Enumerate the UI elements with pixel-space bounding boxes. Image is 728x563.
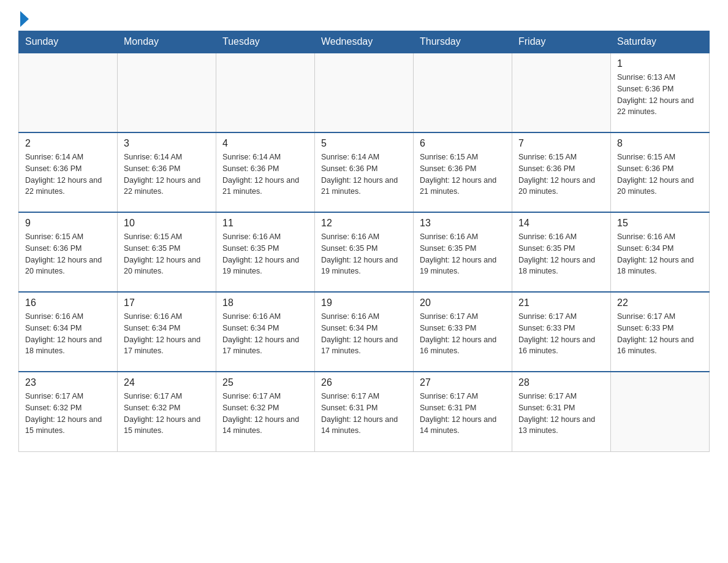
calendar-cell: 11Sunrise: 6:16 AMSunset: 6:35 PMDayligh… [216, 212, 315, 292]
calendar-cell: 22Sunrise: 6:17 AMSunset: 6:33 PMDayligh… [611, 292, 710, 372]
day-number: 22 [617, 297, 703, 308]
day-number: 20 [420, 297, 506, 308]
calendar-week-row: 9Sunrise: 6:15 AMSunset: 6:36 PMDaylight… [19, 212, 710, 292]
day-of-week-header: Tuesday [216, 31, 315, 53]
day-number: 17 [124, 297, 210, 308]
calendar-week-row: 16Sunrise: 6:16 AMSunset: 6:34 PMDayligh… [19, 292, 710, 372]
calendar-header-row: SundayMondayTuesdayWednesdayThursdayFrid… [19, 31, 710, 53]
page-header [18, 12, 710, 25]
day-info: Sunrise: 6:17 AMSunset: 6:31 PMDaylight:… [321, 391, 407, 437]
day-number: 10 [124, 218, 210, 229]
day-info: Sunrise: 6:15 AMSunset: 6:36 PMDaylight:… [518, 151, 604, 197]
day-number: 6 [420, 138, 506, 149]
day-info: Sunrise: 6:16 AMSunset: 6:35 PMDaylight:… [222, 231, 308, 277]
day-number: 3 [124, 138, 210, 149]
day-info: Sunrise: 6:16 AMSunset: 6:34 PMDaylight:… [222, 311, 308, 357]
calendar-week-row: 23Sunrise: 6:17 AMSunset: 6:32 PMDayligh… [19, 372, 710, 451]
day-info: Sunrise: 6:17 AMSunset: 6:32 PMDaylight:… [124, 391, 210, 437]
calendar-cell: 7Sunrise: 6:15 AMSunset: 6:36 PMDaylight… [512, 132, 611, 212]
day-info: Sunrise: 6:17 AMSunset: 6:33 PMDaylight:… [420, 311, 506, 357]
day-number: 16 [25, 297, 111, 308]
day-info: Sunrise: 6:16 AMSunset: 6:35 PMDaylight:… [321, 231, 407, 277]
day-info: Sunrise: 6:15 AMSunset: 6:36 PMDaylight:… [25, 231, 111, 277]
day-number: 24 [124, 377, 210, 388]
day-info: Sunrise: 6:14 AMSunset: 6:36 PMDaylight:… [321, 151, 407, 197]
day-info: Sunrise: 6:14 AMSunset: 6:36 PMDaylight:… [25, 151, 111, 197]
day-info: Sunrise: 6:14 AMSunset: 6:36 PMDaylight:… [124, 151, 210, 197]
calendar-cell [118, 53, 216, 132]
calendar-cell [216, 53, 315, 132]
calendar-cell: 14Sunrise: 6:16 AMSunset: 6:35 PMDayligh… [512, 212, 611, 292]
day-info: Sunrise: 6:17 AMSunset: 6:32 PMDaylight:… [25, 391, 111, 437]
day-info: Sunrise: 6:16 AMSunset: 6:35 PMDaylight:… [420, 231, 506, 277]
calendar-cell: 15Sunrise: 6:16 AMSunset: 6:34 PMDayligh… [611, 212, 710, 292]
day-info: Sunrise: 6:16 AMSunset: 6:34 PMDaylight:… [321, 311, 407, 357]
day-number: 21 [518, 297, 604, 308]
day-of-week-header: Thursday [414, 31, 512, 53]
calendar-cell [512, 53, 611, 132]
day-info: Sunrise: 6:14 AMSunset: 6:36 PMDaylight:… [222, 151, 308, 197]
calendar-cell: 25Sunrise: 6:17 AMSunset: 6:32 PMDayligh… [216, 372, 315, 451]
logo-arrow-icon [20, 11, 29, 27]
calendar-cell: 17Sunrise: 6:16 AMSunset: 6:34 PMDayligh… [118, 292, 216, 372]
calendar-cell: 5Sunrise: 6:14 AMSunset: 6:36 PMDaylight… [315, 132, 414, 212]
day-number: 2 [25, 138, 111, 149]
day-number: 25 [222, 377, 308, 388]
calendar-cell: 19Sunrise: 6:16 AMSunset: 6:34 PMDayligh… [315, 292, 414, 372]
day-number: 28 [518, 377, 604, 388]
calendar-cell: 28Sunrise: 6:17 AMSunset: 6:31 PMDayligh… [512, 372, 611, 451]
calendar-cell: 24Sunrise: 6:17 AMSunset: 6:32 PMDayligh… [118, 372, 216, 451]
calendar-cell: 20Sunrise: 6:17 AMSunset: 6:33 PMDayligh… [414, 292, 512, 372]
day-info: Sunrise: 6:17 AMSunset: 6:32 PMDaylight:… [222, 391, 308, 437]
day-number: 15 [617, 218, 703, 229]
calendar-cell: 23Sunrise: 6:17 AMSunset: 6:32 PMDayligh… [19, 372, 118, 451]
calendar-cell: 13Sunrise: 6:16 AMSunset: 6:35 PMDayligh… [414, 212, 512, 292]
calendar-cell: 18Sunrise: 6:16 AMSunset: 6:34 PMDayligh… [216, 292, 315, 372]
day-number: 11 [222, 218, 308, 229]
day-of-week-header: Saturday [611, 31, 710, 53]
day-info: Sunrise: 6:15 AMSunset: 6:35 PMDaylight:… [124, 231, 210, 277]
calendar-cell: 8Sunrise: 6:15 AMSunset: 6:36 PMDaylight… [611, 132, 710, 212]
calendar-cell [414, 53, 512, 132]
day-number: 18 [222, 297, 308, 308]
day-number: 13 [420, 218, 506, 229]
day-of-week-header: Wednesday [315, 31, 414, 53]
day-number: 7 [518, 138, 604, 149]
day-info: Sunrise: 6:15 AMSunset: 6:36 PMDaylight:… [420, 151, 506, 197]
calendar-cell: 10Sunrise: 6:15 AMSunset: 6:35 PMDayligh… [118, 212, 216, 292]
day-number: 5 [321, 138, 407, 149]
calendar-cell: 26Sunrise: 6:17 AMSunset: 6:31 PMDayligh… [315, 372, 414, 451]
calendar-cell: 21Sunrise: 6:17 AMSunset: 6:33 PMDayligh… [512, 292, 611, 372]
calendar-cell: 12Sunrise: 6:16 AMSunset: 6:35 PMDayligh… [315, 212, 414, 292]
day-of-week-header: Friday [512, 31, 611, 53]
day-number: 27 [420, 377, 506, 388]
calendar-cell: 4Sunrise: 6:14 AMSunset: 6:36 PMDaylight… [216, 132, 315, 212]
calendar-cell: 2Sunrise: 6:14 AMSunset: 6:36 PMDaylight… [19, 132, 118, 212]
day-number: 19 [321, 297, 407, 308]
day-number: 9 [25, 218, 111, 229]
day-of-week-header: Monday [118, 31, 216, 53]
calendar-cell [611, 372, 710, 451]
day-number: 1 [617, 58, 703, 69]
day-number: 23 [25, 377, 111, 388]
day-number: 14 [518, 218, 604, 229]
calendar-table: SundayMondayTuesdayWednesdayThursdayFrid… [18, 31, 710, 452]
calendar-cell: 3Sunrise: 6:14 AMSunset: 6:36 PMDaylight… [118, 132, 216, 212]
day-info: Sunrise: 6:16 AMSunset: 6:35 PMDaylight:… [518, 231, 604, 277]
day-info: Sunrise: 6:16 AMSunset: 6:34 PMDaylight:… [617, 231, 703, 277]
day-number: 26 [321, 377, 407, 388]
day-of-week-header: Sunday [19, 31, 118, 53]
day-info: Sunrise: 6:16 AMSunset: 6:34 PMDaylight:… [124, 311, 210, 357]
day-info: Sunrise: 6:17 AMSunset: 6:33 PMDaylight:… [617, 311, 703, 357]
day-info: Sunrise: 6:13 AMSunset: 6:36 PMDaylight:… [617, 72, 703, 118]
day-info: Sunrise: 6:16 AMSunset: 6:34 PMDaylight:… [25, 311, 111, 357]
day-info: Sunrise: 6:17 AMSunset: 6:33 PMDaylight:… [518, 311, 604, 357]
day-number: 8 [617, 138, 703, 149]
day-number: 4 [222, 138, 308, 149]
calendar-cell: 1Sunrise: 6:13 AMSunset: 6:36 PMDaylight… [611, 53, 710, 132]
calendar-cell: 9Sunrise: 6:15 AMSunset: 6:36 PMDaylight… [19, 212, 118, 292]
calendar-cell: 27Sunrise: 6:17 AMSunset: 6:31 PMDayligh… [414, 372, 512, 451]
calendar-week-row: 1Sunrise: 6:13 AMSunset: 6:36 PMDaylight… [19, 53, 710, 132]
calendar-cell [315, 53, 414, 132]
day-info: Sunrise: 6:17 AMSunset: 6:31 PMDaylight:… [420, 391, 506, 437]
